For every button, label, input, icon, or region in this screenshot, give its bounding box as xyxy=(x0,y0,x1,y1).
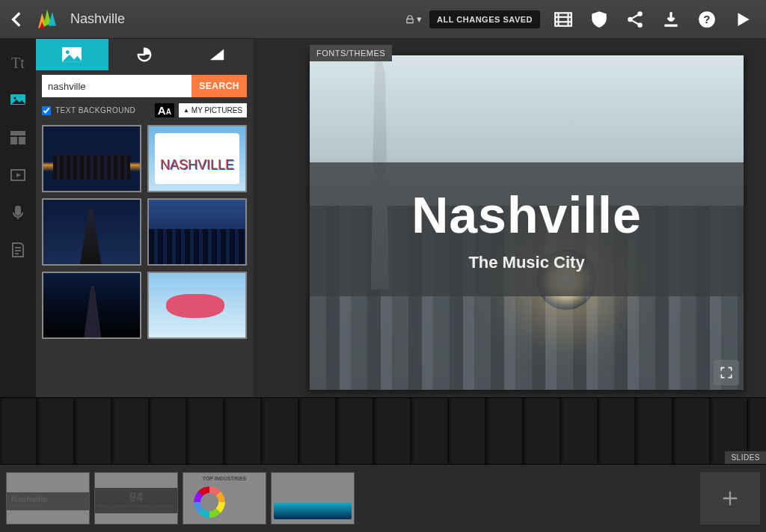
text-background-label: TEXT BACKGROUND xyxy=(55,106,135,114)
slide-thumb-title: Nashville xyxy=(11,495,47,504)
svg-marker-29 xyxy=(210,49,224,61)
audio-tool[interactable] xyxy=(7,204,29,221)
image-result[interactable] xyxy=(42,125,141,192)
svg-rect-5 xyxy=(557,13,559,25)
image-search-row: SEARCH xyxy=(42,75,247,97)
shield-button[interactable] xyxy=(589,10,609,29)
text-background-checkbox[interactable] xyxy=(42,106,51,115)
slide-subtitle-text[interactable]: The Music City xyxy=(468,253,584,272)
svg-point-16 xyxy=(14,97,16,100)
image-result[interactable] xyxy=(147,272,247,339)
text-tool[interactable]: Tt xyxy=(7,54,29,72)
save-status-badge: ALL CHANGES SAVED xyxy=(429,10,540,28)
svg-point-9 xyxy=(628,16,633,22)
share-button[interactable] xyxy=(625,10,645,29)
svg-rect-18 xyxy=(10,131,25,135)
svg-point-10 xyxy=(637,11,643,16)
tab-chart-library[interactable] xyxy=(108,39,181,70)
timeline-strip: SLIDES xyxy=(0,397,766,465)
notes-tool[interactable] xyxy=(7,241,29,259)
slide-thumb-caption: PEOPLE MOVING TO NASHVILLE PER DAY xyxy=(95,504,177,509)
image-tool[interactable] xyxy=(7,91,29,109)
slide-title-box[interactable]: Nashville The Music City xyxy=(310,162,744,296)
expand-slide-button[interactable] xyxy=(714,360,739,385)
image-options-row: TEXT BACKGROUND AA ▲ MY PICTURES xyxy=(42,103,247,117)
fonts-themes-button[interactable]: FONTS/THEMES xyxy=(310,45,392,61)
preview-slideshow-button[interactable] xyxy=(554,10,573,29)
tab-photo-library[interactable] xyxy=(36,39,108,70)
svg-text:?: ? xyxy=(703,13,710,25)
image-results-grid xyxy=(36,122,253,397)
slide-thumb-header: TOP INDUSTRIES xyxy=(183,476,266,481)
donut-chart-icon xyxy=(194,486,225,518)
back-button[interactable] xyxy=(7,10,27,29)
chevron-down-icon: ▾ xyxy=(417,13,422,25)
svg-marker-22 xyxy=(16,173,21,177)
slides-label: SLIDES xyxy=(725,451,766,464)
video-tool[interactable] xyxy=(7,166,29,184)
play-button[interactable] xyxy=(733,10,753,29)
svg-rect-19 xyxy=(10,137,17,144)
image-result[interactable] xyxy=(42,272,141,339)
canvas-area: FONTS/THEMES Nashville The Music City xyxy=(253,39,766,397)
slide-title-text[interactable]: Nashville xyxy=(411,186,642,244)
image-panel: SEARCH TEXT BACKGROUND AA ▲ MY PICTURES xyxy=(36,39,253,397)
svg-point-27 xyxy=(66,50,70,54)
top-bar: Nashville ▾ ALL CHANGES SAVED ? xyxy=(0,0,766,39)
image-result[interactable] xyxy=(147,198,247,266)
svg-rect-6 xyxy=(567,13,569,25)
image-result[interactable] xyxy=(147,125,247,192)
image-search-button[interactable]: SEARCH xyxy=(192,75,247,97)
svg-marker-14 xyxy=(738,13,750,25)
current-slide[interactable]: Nashville The Music City xyxy=(310,55,744,390)
slide-thumb-1[interactable]: Nashville The Music City xyxy=(6,472,90,525)
slide-thumb-4[interactable] xyxy=(271,472,355,525)
privacy-dropdown[interactable]: ▾ xyxy=(405,13,422,25)
my-pictures-button[interactable]: ▲ MY PICTURES xyxy=(179,103,247,117)
text-color-toggle[interactable]: AA xyxy=(155,103,174,117)
my-pictures-label: MY PICTURES xyxy=(192,106,242,114)
tool-rail: Tt xyxy=(0,39,36,397)
svg-rect-20 xyxy=(19,137,25,144)
slide-thumb-number: 94 xyxy=(95,491,177,504)
image-search-input[interactable] xyxy=(42,75,192,97)
layout-tool[interactable] xyxy=(7,129,29,147)
slide-thumb-2[interactable]: 94 PEOPLE MOVING TO NASHVILLE PER DAY xyxy=(94,472,178,525)
download-button[interactable] xyxy=(661,10,681,29)
tab-color-library[interactable] xyxy=(180,39,253,70)
slides-tray: Nashville The Music City 94 PEOPLE MOVIN… xyxy=(0,465,766,532)
image-result[interactable] xyxy=(42,198,141,266)
svg-point-11 xyxy=(637,22,643,28)
project-title[interactable]: Nashville xyxy=(70,11,125,27)
help-button[interactable]: ? xyxy=(697,10,717,29)
panel-tabs xyxy=(36,39,253,70)
app-logo xyxy=(34,7,60,32)
add-slide-button[interactable] xyxy=(700,472,760,525)
slide-thumb-sub: The Music City xyxy=(11,504,41,508)
triangle-up-icon: ▲ xyxy=(183,107,189,114)
editor-middle: Tt SEAR xyxy=(0,39,766,397)
top-action-icons: ? xyxy=(554,10,753,29)
slide-thumb-3[interactable]: TOP INDUSTRIES xyxy=(183,472,266,525)
